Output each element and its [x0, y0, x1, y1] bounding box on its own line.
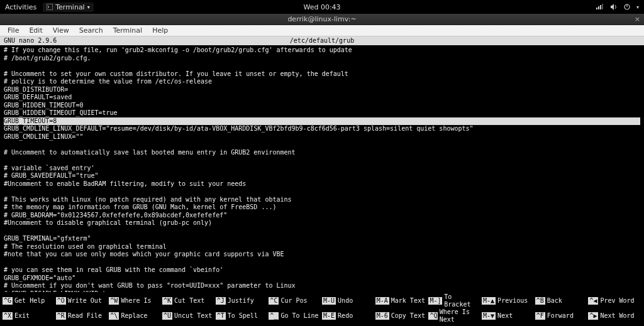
shortcut-label: Cut Text: [174, 297, 204, 305]
shortcut-label: Read File: [68, 312, 102, 320]
shortcut-key: ^▶: [588, 312, 598, 320]
nano-shortcut: ^KCut Text: [162, 293, 216, 308]
shortcut-label: Uncut Text: [174, 312, 212, 320]
window-titlebar: derrik@linux-limv:~ ×: [0, 14, 644, 25]
nano-shortcut: ^FForward: [535, 308, 589, 323]
nano-shortcut: ^CCur Pos: [269, 293, 322, 308]
shortcut-key: ^X: [3, 312, 13, 320]
shortcut-label: Forward: [547, 312, 574, 320]
volume-icon[interactable]: [610, 4, 618, 10]
nano-shortcut: M-UUndo: [322, 293, 375, 308]
shortcut-key: ^F: [535, 312, 545, 320]
shortcut-key: M-A: [375, 297, 389, 305]
nano-shortcut: ^◀Prev Word: [588, 293, 641, 308]
menu-help[interactable]: Help: [147, 26, 173, 35]
shortcut-label: Justify: [228, 297, 254, 305]
close-icon[interactable]: ×: [635, 15, 640, 23]
shortcut-key: M-▲: [482, 297, 496, 305]
nano-shortcuts: ^GGet Help^OWrite Out^WWhere Is^KCut Tex…: [0, 292, 644, 326]
shortcut-key: ^K: [162, 297, 172, 305]
network-icon[interactable]: [596, 4, 604, 10]
nano-shortcut: ^GGet Help: [3, 293, 56, 308]
editor-area[interactable]: # If you change this file, run 'grub2-mk…: [0, 45, 644, 292]
shortcut-key: M-]: [428, 297, 442, 305]
shortcut-label: Cur Pos: [280, 297, 307, 305]
menu-terminal[interactable]: Terminal: [108, 26, 148, 35]
chevron-down-icon: ▾: [87, 4, 90, 10]
shortcut-key: M-E: [322, 312, 336, 320]
shortcut-label: Mark Text: [391, 297, 425, 305]
shortcut-label: Next: [497, 312, 513, 320]
shortcut-label: Redo: [338, 312, 353, 320]
nano-shortcut: ^JJustify: [216, 293, 269, 308]
shortcut-key: ^R: [56, 312, 66, 320]
nano-shortcut: M-▲Previous: [482, 293, 535, 308]
shortcut-key: M-6: [375, 312, 389, 320]
shortcut-label: Undo: [338, 297, 353, 305]
shortcut-key: ^_: [269, 312, 279, 320]
nano-shortcut: ^UUncut Text: [162, 308, 216, 323]
shortcut-key: ^J: [216, 297, 226, 305]
nano-shortcut: M-ERedo: [322, 308, 375, 323]
shortcut-label: Next Word: [600, 312, 634, 320]
nano-shortcut: ^WWhere Is: [109, 293, 162, 308]
nano-shortcut: M-AMark Text: [375, 293, 429, 308]
nano-shortcut: ^QWhere Is Next: [428, 308, 482, 323]
shortcut-key: ^T: [216, 312, 226, 320]
terminal-window: derrik@linux-limv:~ × File Edit View Sea…: [0, 14, 644, 326]
nano-header: GNU nano 2.9.6 /etc/default/grub: [0, 36, 644, 45]
shortcut-key: ^Q: [428, 312, 437, 320]
nano-shortcut: ^_Go To Line: [269, 308, 322, 323]
nano-shortcut: ^RRead File: [56, 308, 109, 323]
menu-file[interactable]: File: [3, 26, 24, 35]
shortcut-label: Previous: [497, 297, 528, 305]
nano-shortcut: ^BBack: [535, 293, 589, 308]
shortcut-key: M-▼: [482, 312, 496, 320]
shortcut-label: To Bracket: [444, 293, 482, 308]
shortcut-key: ^O: [56, 297, 66, 305]
shortcut-label: Write Out: [68, 297, 102, 305]
shortcut-key: ^U: [162, 312, 172, 320]
shortcut-key: ^◀: [588, 297, 598, 305]
nano-shortcut: ^OWrite Out: [56, 293, 109, 308]
nano-shortcut: ^▶Next Word: [588, 308, 641, 323]
nano-version: GNU nano 2.9.6: [4, 36, 57, 45]
shortcut-key: ^B: [535, 297, 545, 305]
svg-rect-3: [598, 6, 599, 9]
window-title: derrik@linux-limv:~: [287, 15, 356, 23]
power-icon[interactable]: [624, 4, 630, 10]
app-menu[interactable]: Terminal ▾: [43, 3, 94, 12]
shortcut-label: Back: [547, 297, 562, 305]
shortcut-key: ^\: [109, 312, 119, 320]
clock[interactable]: Wed 00:43: [303, 3, 340, 11]
shortcut-label: Replace: [121, 312, 147, 320]
nano-shortcut: ^XExit: [3, 308, 56, 323]
menu-search[interactable]: Search: [74, 26, 108, 35]
activities-button[interactable]: Activities: [5, 3, 36, 11]
nano-shortcut: ^TTo Spell: [216, 308, 269, 323]
svg-rect-2: [596, 8, 597, 9]
nano-filename: /etc/default/grub: [290, 36, 354, 45]
shortcut-label: To Spell: [228, 312, 258, 320]
nano-shortcut: ^\Replace: [109, 308, 162, 323]
shortcut-label: Where Is: [121, 297, 151, 305]
terminal-icon: [47, 4, 53, 10]
shortcut-label: Where Is Next: [440, 308, 482, 323]
shortcut-label: Copy Text: [391, 312, 425, 320]
menu-view[interactable]: View: [48, 26, 74, 35]
shortcut-label: Go To Line: [280, 312, 318, 320]
app-menu-label: Terminal: [55, 3, 85, 11]
shortcut-label: Get Help: [14, 297, 45, 305]
menu-edit[interactable]: Edit: [24, 26, 47, 35]
shortcut-key: M-U: [322, 297, 336, 305]
shortcut-key: ^W: [109, 297, 119, 305]
nano-shortcut: M-▼Next: [482, 308, 535, 323]
shortcut-label: Exit: [14, 312, 30, 320]
nano-shortcut: M-]To Bracket: [428, 293, 482, 308]
chevron-down-icon: ▾: [636, 4, 639, 10]
terminal-menubar: File Edit View Search Terminal Help: [0, 25, 644, 36]
shortcut-key: ^C: [269, 297, 279, 305]
svg-rect-4: [600, 5, 601, 9]
nano-shortcut: M-6Copy Text: [375, 308, 429, 323]
shortcut-label: Prev Word: [600, 297, 634, 305]
